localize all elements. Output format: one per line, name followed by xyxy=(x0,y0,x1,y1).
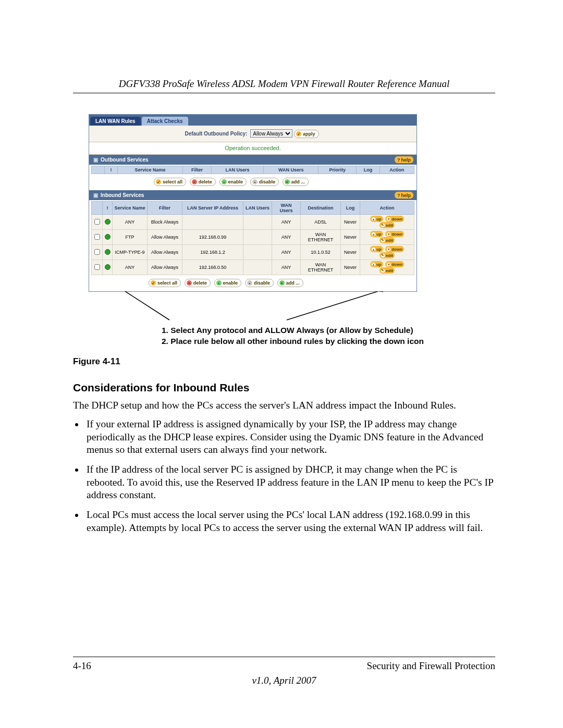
down-icon: ▼ xyxy=(387,217,390,221)
down-button[interactable]: ▼down xyxy=(385,246,404,252)
status-dot-icon xyxy=(105,264,111,270)
down-icon: ▼ xyxy=(387,248,390,251)
tab-lan-wan-rules[interactable]: LAN WAN Rules xyxy=(90,117,141,126)
disable-button[interactable]: •disable xyxy=(250,178,279,186)
figure-label: Figure 4-11 xyxy=(73,356,495,367)
x-icon: × xyxy=(187,280,192,286)
up-button[interactable]: ▲up xyxy=(370,216,383,222)
inbound-button-row: ✓select all ×delete •enable •disable +ad… xyxy=(146,278,417,291)
tab-attack-checks[interactable]: Attack Checks xyxy=(142,117,188,126)
page-footer: 4-16 Security and Firewall Protection v1… xyxy=(73,657,495,686)
edit-button[interactable]: ✎edit xyxy=(380,222,395,228)
default-outbound-policy-label: Default Outbound Policy: xyxy=(185,131,247,137)
table-row: ANY Block Always ANY ADSL Never ▲up ▼dow… xyxy=(92,215,414,230)
up-icon: ▲ xyxy=(372,217,375,221)
bullet-list: If your external IP address is assigned … xyxy=(73,418,495,534)
apply-button[interactable]: ✓ apply xyxy=(294,130,319,138)
version-footer: v1.0, April 2007 xyxy=(73,675,495,686)
edit-icon: ✎ xyxy=(381,269,385,273)
svg-line-0 xyxy=(125,291,169,320)
add-button[interactable]: +add ... xyxy=(277,279,303,287)
row-checkbox[interactable] xyxy=(94,249,100,255)
disable-button[interactable]: •disable xyxy=(245,279,274,287)
down-icon: ▼ xyxy=(387,263,390,266)
edit-icon: ✎ xyxy=(381,254,385,257)
status-dot-icon xyxy=(105,219,111,225)
table-row: ICMP-TYPE-9 Allow Always 192.168.1.2 ANY… xyxy=(92,245,414,260)
check-icon: ✓ xyxy=(151,280,156,286)
router-screenshot: LAN WAN Rules Attack Checks Default Outb… xyxy=(89,114,417,292)
status-message: Operation succeeded. xyxy=(89,142,417,155)
up-button[interactable]: ▲up xyxy=(370,261,383,267)
up-icon: ▲ xyxy=(372,232,375,236)
edit-button[interactable]: ✎edit xyxy=(380,252,395,258)
default-outbound-policy-select[interactable]: Allow Always xyxy=(250,129,292,138)
dot-icon: • xyxy=(222,179,227,184)
row-checkbox[interactable] xyxy=(94,234,100,240)
edit-button[interactable]: ✎edit xyxy=(380,267,395,274)
plus-icon: + xyxy=(285,179,290,184)
list-item: If your external IP address is assigned … xyxy=(84,418,495,456)
enable-button[interactable]: •enable xyxy=(214,279,242,287)
svg-line-1 xyxy=(287,291,378,320)
edit-button[interactable]: ✎edit xyxy=(380,237,395,243)
delete-button[interactable]: ×delete xyxy=(190,178,216,186)
table-row: FTP Allow Always 192.168.0.99 ANY WAN ET… xyxy=(92,230,414,245)
down-button[interactable]: ▼down xyxy=(385,231,404,237)
x-icon: × xyxy=(192,179,197,184)
callout-arrows xyxy=(89,304,417,325)
list-item: If the IP address of the local server PC… xyxy=(84,463,495,501)
page-number: 4-16 xyxy=(73,660,91,672)
list-item: Local PCs must access the local server u… xyxy=(84,509,495,534)
inbound-services-header: ▣Inbound Services ?help xyxy=(89,190,417,200)
inbound-title: Inbound Services xyxy=(101,192,144,198)
chapter-title: Security and Firewall Protection xyxy=(367,660,495,672)
up-button[interactable]: ▲up xyxy=(370,231,383,237)
down-icon: ▼ xyxy=(387,232,390,236)
up-icon: ▲ xyxy=(372,248,375,251)
apply-label: apply xyxy=(303,131,315,137)
caption-2: 2. Place rule below all other inbound ru… xyxy=(162,336,495,347)
intro-paragraph: The DHCP setup and how the PCs access th… xyxy=(73,399,495,412)
row-checkbox[interactable] xyxy=(94,219,100,225)
annotation-captions: 1. Select Any protocol and ALLOW Always … xyxy=(162,325,495,347)
select-all-button[interactable]: ✓select all xyxy=(154,178,186,186)
outbound-table: ! Service Name Filter LAN Users WAN User… xyxy=(91,166,414,174)
delete-button[interactable]: ×delete xyxy=(185,279,211,287)
help-button[interactable]: ?help xyxy=(395,192,413,199)
enable-button[interactable]: •enable xyxy=(219,178,247,186)
help-button[interactable]: ?help xyxy=(395,156,413,163)
status-dot-icon xyxy=(105,249,111,255)
edit-icon: ✎ xyxy=(381,239,385,242)
down-button[interactable]: ▼down xyxy=(385,216,404,222)
doc-header: DGFV338 ProSafe Wireless ADSL Modem VPN … xyxy=(73,78,495,93)
add-button[interactable]: +add ... xyxy=(283,178,309,186)
section-heading: Considerations for Inbound Rules xyxy=(73,381,495,394)
dot-icon: • xyxy=(247,280,252,286)
outbound-services-header: ▣Outbound Services ?help xyxy=(89,155,417,165)
collapse-icon[interactable]: ▣ xyxy=(92,157,99,163)
down-button[interactable]: ▼down xyxy=(385,261,404,267)
collapse-icon[interactable]: ▣ xyxy=(92,192,99,198)
plus-icon: + xyxy=(279,280,285,286)
edit-icon: ✎ xyxy=(381,224,385,227)
inbound-table: ! Service Name Filter LAN Server IP Addr… xyxy=(91,201,414,275)
up-button[interactable]: ▲up xyxy=(370,246,383,252)
select-all-button[interactable]: ✓select all xyxy=(149,279,181,287)
row-checkbox[interactable] xyxy=(94,264,100,270)
outbound-title: Outbound Services xyxy=(101,157,149,163)
dot-icon: • xyxy=(216,280,222,286)
outbound-button-row: ✓select all ×delete •enable •disable +ad… xyxy=(152,177,417,190)
dot-icon: • xyxy=(252,179,258,184)
status-dot-icon xyxy=(105,234,111,240)
tabs-bar: LAN WAN Rules Attack Checks xyxy=(89,115,417,126)
up-icon: ▲ xyxy=(372,263,375,266)
check-icon: ✓ xyxy=(156,179,161,184)
policy-bar: Default Outbound Policy: Allow Always ✓ … xyxy=(89,126,417,142)
table-row: ANY Allow Always 192.168.0.50 ANY WAN ET… xyxy=(92,260,414,275)
check-icon: ✓ xyxy=(296,131,301,137)
